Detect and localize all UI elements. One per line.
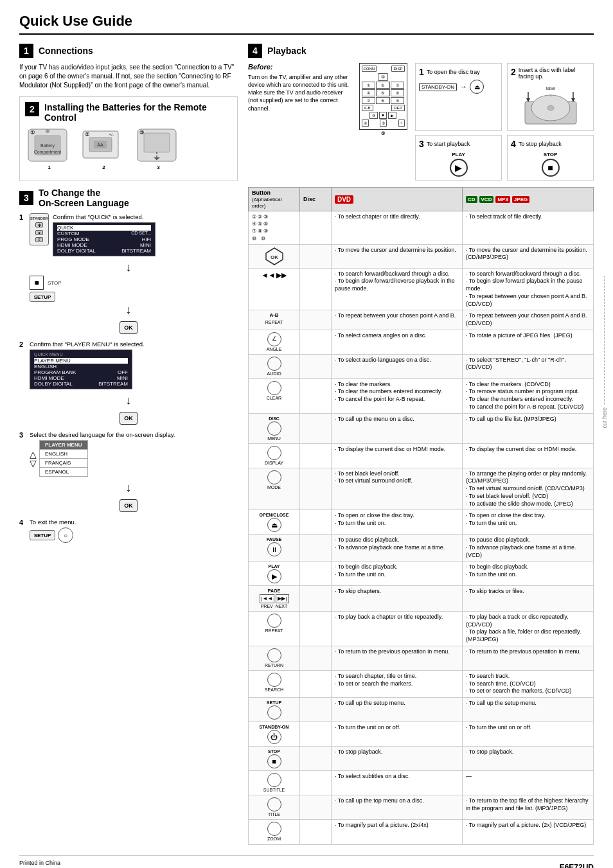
remote-row5: ④ ⑤ ○ — [362, 120, 405, 127]
btn-disc-cell-open-close — [300, 510, 332, 535]
section4-header: 4 Playback — [248, 44, 594, 58]
page-btn-icon: PAGE |◄◄ ▶▶| PREV NEXT — [252, 588, 296, 609]
pb-step-3: 3 To start playback PLAY ▶ — [415, 135, 502, 181]
player-menu-header: PLAYER MENU — [39, 440, 88, 450]
display-btn: DISP — [391, 66, 404, 72]
next-icon: ▶▶| — [276, 594, 289, 603]
stop-icon: ■ — [30, 276, 44, 290]
jpeg-badge-h: JPEG — [512, 196, 529, 203]
stop-btn-icon: STOP ■ — [252, 748, 296, 768]
clear-btn-icon: CLEAR — [252, 381, 296, 401]
pb-step1-label: To open the disc tray — [427, 69, 480, 75]
pb-steps-grid: 1 To open the disc tray STANDBY-ON → ⏏ — [415, 63, 594, 181]
section3-title: To Change theOn-Screen Language — [39, 188, 129, 208]
btn-disc-cell-num — [300, 211, 332, 245]
lang-step-2: 2 Confirm that "PLAYER MENU" is selected… — [19, 341, 238, 427]
dolby-option: DOLBY DIGITALBITSTREAM — [57, 248, 151, 254]
player-menu-option: PLAYER MENU — [34, 358, 128, 364]
table-row: SEARCH · To search chapter, title or tim… — [249, 670, 594, 697]
quick-option: QUICK — [57, 225, 151, 231]
table-row: ◄◄ ▶▶ · To search forward/backward throu… — [249, 268, 594, 310]
pb-step4-label: To stop playback — [519, 141, 562, 147]
ok-icon-3: OK — [120, 499, 138, 512]
btn-cell-audio: AUDIO — [249, 354, 300, 378]
btn-cd-audio: · To select "STEREO", "L-ch" or "R-ch". … — [462, 354, 593, 378]
svg-text:Compartment: Compartment — [34, 150, 61, 155]
step3-ui: △▽ PLAYER MENU ENGLISH FRANÇAIS ESPANOL — [30, 440, 175, 477]
num-btns-icon: ① ② ③④ ⑤ ⑥⑦ ⑧ ⑨⑩ ⑩ — [252, 213, 296, 242]
btn-dvd-open-close: · To open or close the disc tray.· To tu… — [331, 510, 462, 535]
step1-stop-area: ■ STOP — [30, 276, 238, 290]
btn-cell-angle: ∠ ANGLE — [249, 330, 300, 354]
btn-cd-title: · To return to the top file of the highe… — [462, 795, 593, 820]
btn-cell-scan: ◄◄ ▶▶ — [249, 268, 300, 310]
francais-option: FRANÇAIS — [39, 459, 88, 468]
step1-arrow2: ↓ — [19, 303, 238, 317]
step2-screen-area: QUICK MENU PLAYER MENU ENGLISH PROGRAM B… — [30, 350, 145, 389]
lang-step-1: 1 STANDBY ⏻ ■ S — [19, 213, 238, 337]
search-label: SEARCH — [252, 687, 296, 693]
play-btn-icon: PLAY ▶ — [252, 563, 296, 583]
step1-screen: QUICK CUSTOMCD SET... PROG MODEHiFi HDMI… — [53, 222, 155, 256]
btn-dvd-subtitle: · To select subtitles on a disc. — [331, 771, 462, 795]
btn-cell-standby: STANDBY-ON ⏻ — [249, 722, 300, 747]
prog-option: PROGRAM BANKOFF — [34, 369, 128, 375]
svg-rect-13 — [144, 133, 170, 152]
svg-text:label: label — [546, 86, 555, 91]
step2-screen: QUICK MENU PLAYER MENU ENGLISH PROGRAM B… — [30, 350, 132, 389]
num-1: ① — [362, 82, 376, 89]
btn-dvd-stop: · To stop playback. — [331, 747, 462, 771]
btn-dvd-setup: · To call up the setup menu. — [331, 697, 462, 722]
stop-circle-icon: ■ — [542, 159, 560, 177]
cd-header-content: CD VCD MP3 JPEG — [466, 196, 590, 203]
step1-content: STANDBY ⏻ ■ S Confirm that "QUICK" is se… — [30, 213, 155, 258]
angle-btn-remote: ○ — [398, 120, 405, 127]
stop-icon-t: ■ — [267, 754, 281, 768]
table-row: AUDIO · To select audio languages on a d… — [249, 354, 594, 378]
main-title: Quick Use Guide — [19, 13, 594, 35]
power-icon: ⏻ — [267, 730, 281, 744]
section1-number: 1 — [19, 44, 33, 58]
connect-btn: CONN — [362, 66, 377, 72]
repeat-ab-label: REPEAT — [252, 319, 296, 325]
clear-label: CLEAR — [252, 395, 296, 401]
pb-row2: 3 To start playback PLAY ▶ — [415, 135, 594, 181]
table-body: ① ② ③④ ⑤ ⑥⑦ ⑧ ⑨⑩ ⑩ · To select chapter o… — [249, 211, 594, 845]
disc-menu-circle — [267, 421, 281, 436]
ok-btn-3: OK — [19, 497, 238, 515]
ok-btn-icon: OK — [252, 247, 296, 266]
fwd-icon: ▶▶ — [276, 270, 287, 279]
btn-disc-cell-disc-menu — [300, 413, 332, 443]
setup-circle-icon: ○ — [58, 527, 73, 543]
remote-row4: ③ ■ ▶ — [362, 112, 405, 119]
table-row: CLEAR · To clear the markers.· To clear … — [249, 378, 594, 413]
btn-cell-display: DISPLAY — [249, 443, 300, 468]
section2-number: 2 — [25, 102, 39, 116]
battery-img-2: AA ② +/- 2 — [80, 128, 128, 170]
btn-dvd-return: · To return to the previous operation in… — [331, 646, 462, 670]
table-row: RETURN · To return to the previous opera… — [249, 646, 594, 670]
table-row: DISPLAY · To display the current disc or… — [249, 443, 594, 468]
footer-right: E6E72UD 1VMN23650A ★★★★ — [522, 863, 594, 868]
btn-cd-clear: · To clear the markers. (CD/VCD)· To rem… — [462, 378, 593, 413]
btn-disc-cell-angle — [300, 330, 332, 354]
btn-cd-disc-menu: · To call up the file list. (MP3/JPEG) — [462, 413, 593, 443]
svg-text:OK: OK — [271, 254, 278, 260]
stop-label: STOP — [48, 280, 62, 286]
play-circle-icon: ▶ — [450, 159, 468, 177]
ab-btn-pb: A-B — [362, 105, 373, 111]
return-circle — [267, 648, 281, 662]
english-option: ENGLISH — [39, 450, 88, 459]
display-btn-icon: DISPLAY — [252, 446, 296, 466]
btn-disc-cell-title — [300, 795, 332, 820]
audio-btn-pb: ③ — [369, 112, 378, 119]
num-3: ③ — [391, 82, 405, 89]
btn-cd-setup: · To call up the setup menu. — [462, 697, 593, 722]
pb-step1-header: 1 To open the disc tray — [419, 67, 498, 77]
btn-disc-cell-repeat — [300, 612, 332, 646]
setup-small-icon: S — [35, 237, 43, 242]
pb-step3-header: 3 To start playback — [419, 139, 498, 149]
num-6: ⑥ — [391, 89, 405, 96]
page: Quick Use Guide 1 Connections If your TV… — [0, 0, 613, 868]
before-label: Before: — [248, 63, 351, 71]
